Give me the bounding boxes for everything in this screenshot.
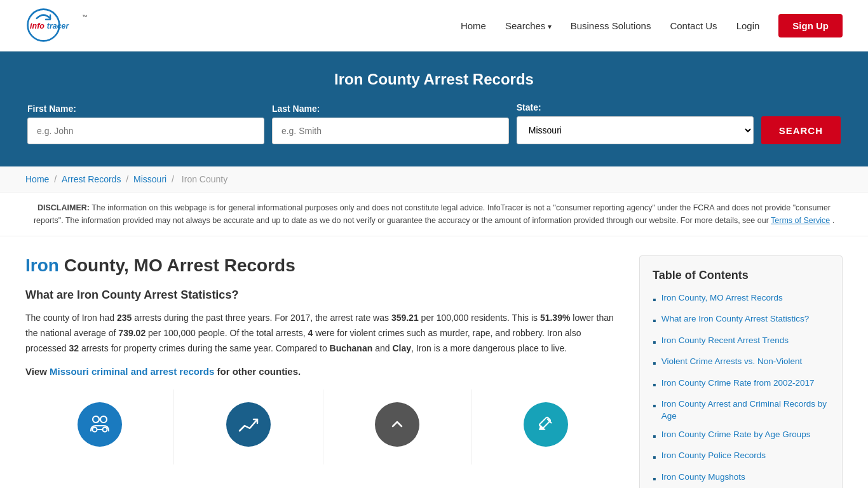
- para1-pct: 51.39%: [540, 313, 570, 323]
- toc-list: Iron County, MO Arrest RecordsWhat are I…: [653, 292, 829, 488]
- last-name-label: Last Name:: [272, 104, 509, 114]
- first-name-group: First Name:: [27, 104, 264, 144]
- para1-p3: per 100,000 residents. This is: [419, 313, 540, 323]
- breadcrumb-iron-county: Iron County: [182, 174, 227, 184]
- article-title: Iron County, MO Arrest Records: [25, 255, 620, 276]
- para1-buchanan: Buchanan: [330, 343, 373, 353]
- nav-contact-us[interactable]: Contact Us: [670, 20, 717, 31]
- main-content: Iron County, MO Arrest Records What are …: [0, 236, 868, 488]
- breadcrumb-home[interactable]: Home: [25, 174, 49, 184]
- toc-list-item: Iron County, MO Arrest Records: [653, 292, 829, 307]
- toc-link[interactable]: Violent Crime Arrests vs. Non-Violent: [661, 356, 803, 368]
- breadcrumb-sep-3: /: [172, 174, 177, 184]
- toc-box: Table of Contents Iron County, MO Arrest…: [639, 255, 843, 488]
- svg-text:info: info: [30, 22, 44, 30]
- breadcrumb: Home / Arrest Records / Missouri / Iron …: [0, 166, 868, 193]
- last-name-input[interactable]: [272, 118, 509, 144]
- para1-p5: per 100,000 people. Of the total arrests…: [146, 328, 308, 338]
- toc-list-item: Iron County Arrest and Criminal Records …: [653, 398, 829, 423]
- nav-searches[interactable]: Searches: [505, 20, 552, 31]
- sidebar: Table of Contents Iron County, MO Arrest…: [639, 255, 843, 488]
- toc-link[interactable]: Iron County, MO Arrest Records: [661, 292, 783, 304]
- breadcrumb-arrest-records[interactable]: Arrest Records: [62, 174, 121, 184]
- icon-trend: [226, 402, 271, 447]
- para1-property: 32: [69, 343, 79, 353]
- svg-text:™: ™: [82, 14, 87, 20]
- view-text2: for other counties.: [214, 366, 301, 377]
- article-title-rest: County, MO Arrest Records: [59, 255, 295, 275]
- icon-box-1: [25, 390, 174, 464]
- state-select[interactable]: AlabamaAlaskaArizonaArkansasCaliforniaCo…: [517, 116, 754, 144]
- article-paragraph-1: The county of Iron had 235 arrests durin…: [25, 311, 620, 356]
- hero-title: Iron County Arrest Records: [25, 71, 843, 88]
- state-label: State:: [517, 102, 754, 112]
- toc-link[interactable]: Iron County Arrest and Criminal Records …: [661, 398, 829, 423]
- disclaimer-bold: DISCLAIMER:: [37, 203, 90, 212]
- svg-point-5: [100, 416, 107, 423]
- header: info tracer ™ Home Searches Business Sol…: [0, 0, 868, 51]
- svg-point-4: [93, 416, 99, 423]
- nav-signup-button[interactable]: Sign Up: [778, 14, 843, 37]
- icon-box-2: [174, 390, 323, 464]
- view-records-link[interactable]: Missouri criminal and arrest records: [50, 366, 214, 377]
- para1-p8: , Iron is a more dangerous place to live…: [411, 343, 567, 353]
- toc-link[interactable]: Iron County Crime Rate by Age Groups: [661, 429, 811, 441]
- para1-p7: arrests for property crimes during the s…: [79, 343, 330, 353]
- logo: info tracer ™: [25, 6, 127, 44]
- toc-link[interactable]: Iron County Recent Arrest Trends: [661, 335, 789, 347]
- nav-login[interactable]: Login: [736, 20, 760, 31]
- back-to-top-btn[interactable]: [375, 402, 419, 447]
- icon-arrests: [78, 402, 122, 447]
- toc-list-item: Iron County Crime Rate by Age Groups: [653, 429, 829, 444]
- content-area: Iron County, MO Arrest Records What are …: [25, 255, 620, 488]
- view-records-para: View Missouri criminal and arrest record…: [25, 366, 620, 377]
- toc-list-item: Iron County Mugshots: [653, 471, 829, 486]
- nav-business-solutions[interactable]: Business Solutions: [571, 20, 651, 31]
- disclaimer: DISCLAIMER: The information on this webp…: [0, 193, 868, 236]
- toc-list-item: Iron County Recent Arrest Trends: [653, 335, 829, 349]
- breadcrumb-sep-1: /: [54, 174, 59, 184]
- toc-list-item: Iron County Crime Rate from 2002-2017: [653, 377, 829, 392]
- svg-point-7: [102, 428, 107, 432]
- svg-point-6: [92, 428, 97, 432]
- toc-list-item: Iron County Police Records: [653, 450, 829, 464]
- section1-heading: What are Iron County Arrest Statistics?: [25, 288, 620, 302]
- icon-box-4: [472, 390, 620, 464]
- para1-national: 739.02: [118, 328, 146, 338]
- para1-and: and: [372, 343, 392, 353]
- icon-box-3: [323, 390, 472, 464]
- disclaimer-text: The information on this webpage is for g…: [34, 203, 831, 225]
- toc-title: Table of Contents: [653, 269, 829, 282]
- toc-link[interactable]: Iron County Crime Rate from 2002-2017: [661, 377, 815, 390]
- first-name-label: First Name:: [27, 104, 264, 114]
- para1-p2: arrests during the past three years. For…: [132, 313, 391, 323]
- main-nav: Home Searches Business Solutions Contact…: [461, 14, 843, 37]
- breadcrumb-sep-2: /: [126, 174, 131, 184]
- toc-link[interactable]: Iron County Police Records: [661, 450, 766, 462]
- para1-rate: 359.21: [391, 313, 419, 323]
- toc-link[interactable]: What are Iron County Arrest Statistics?: [661, 313, 810, 325]
- hero-section: Iron County Arrest Records First Name: L…: [0, 51, 868, 166]
- nav-home[interactable]: Home: [461, 20, 486, 31]
- view-text: View: [25, 366, 50, 377]
- last-name-group: Last Name:: [272, 104, 509, 144]
- article-title-highlight: Iron: [25, 255, 59, 275]
- disclaimer-tos-link[interactable]: Terms of Service: [771, 216, 830, 225]
- svg-text:tracer: tracer: [47, 22, 70, 30]
- logo-svg: info tracer ™: [25, 6, 127, 44]
- search-form: First Name: Last Name: State: AlabamaAla…: [27, 102, 841, 144]
- icons-row: [25, 390, 620, 464]
- breadcrumb-missouri[interactable]: Missouri: [133, 174, 166, 184]
- toc-list-item: Violent Crime Arrests vs. Non-Violent: [653, 356, 829, 370]
- disclaimer-period: .: [832, 216, 834, 225]
- state-group: State: AlabamaAlaskaArizonaArkansasCalif…: [517, 102, 754, 144]
- first-name-input[interactable]: [27, 118, 264, 144]
- para1-p1: The county of Iron had: [25, 313, 117, 323]
- toc-link[interactable]: Iron County Mugshots: [661, 471, 745, 484]
- toc-list-item: What are Iron County Arrest Statistics?: [653, 313, 829, 328]
- para1-clay: Clay: [392, 343, 411, 353]
- search-button[interactable]: SEARCH: [761, 116, 841, 144]
- para1-arrests: 235: [117, 313, 132, 323]
- icon-pencil: [524, 402, 568, 447]
